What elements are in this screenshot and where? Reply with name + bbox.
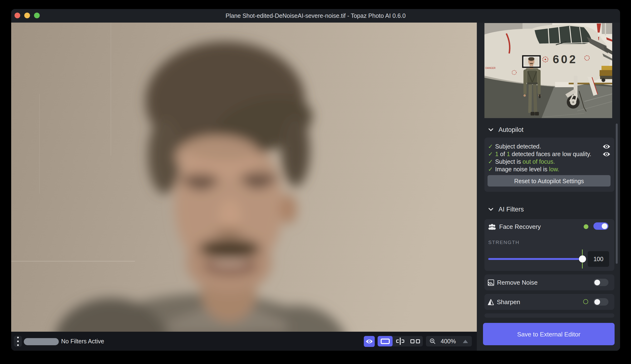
aircraft-number: 602 — [553, 53, 577, 66]
danger-label: DANGER — [485, 67, 496, 70]
strength-slider-handle[interactable] — [579, 256, 586, 262]
strength-value-input[interactable]: 100 — [588, 251, 609, 267]
sharpen-label: Sharpen — [497, 298, 520, 306]
window-title: Plane Shot-edited-DeNoiseAI-severe-noise… — [11, 9, 620, 22]
check-icon: ✓ — [488, 142, 495, 150]
app-window: Plane Shot-edited-DeNoiseAI-severe-noise… — [11, 9, 620, 351]
view-mode-split[interactable] — [392, 336, 407, 346]
remove-noise-label: Remove Noise — [497, 279, 538, 286]
autopilot-title: Autopilot — [499, 126, 523, 134]
eye-icon — [365, 339, 373, 344]
chevron-down-icon — [488, 128, 494, 132]
autopilot-line: ✓Image noise level is low. — [488, 165, 591, 173]
autopilot-section-header[interactable]: Autopilot — [488, 125, 523, 134]
sharpen-icon — [488, 299, 494, 305]
remove-noise-icon — [488, 280, 494, 286]
zoom-in-icon — [429, 338, 436, 344]
strength-slider[interactable] — [488, 258, 582, 260]
zoom-level: 400% — [441, 338, 456, 345]
autopilot-active-dot — [584, 224, 588, 229]
autopilot-panel: ✓Subject detected.✓1 of 1 detected faces… — [484, 138, 614, 192]
check-icon: ✓ — [488, 165, 495, 173]
reset-autopilot-button[interactable]: Reset to Autopilot Settings — [488, 175, 610, 186]
remove-noise-panel: Remove Noise — [484, 274, 614, 290]
autopilot-line: ✓1 of 1 detected faces are low quality. — [488, 150, 591, 158]
zoom-stepper-up[interactable] — [463, 340, 468, 343]
view-mode-side-by-side[interactable] — [408, 336, 423, 346]
face-recovery-icon — [488, 224, 496, 230]
autopilot-line: ✓Subject detected. — [488, 142, 591, 150]
side-by-side-icon — [410, 339, 420, 343]
navigator-thumbnail[interactable]: 602 DANGER — [484, 23, 612, 118]
autopilot-line: ✓Subject is out of focus. — [488, 158, 591, 165]
zoom-control[interactable]: 400% — [426, 336, 472, 346]
chevron-down-icon — [488, 207, 494, 212]
next-filter-panel-partial — [484, 314, 614, 318]
preview-original-button[interactable] — [364, 336, 375, 347]
status-text: No Filters Active — [61, 332, 104, 351]
sharpen-toggle[interactable] — [593, 298, 608, 306]
more-options-button[interactable] — [14, 336, 22, 347]
face-recovery-label: Face Recovery — [499, 223, 541, 230]
single-view-icon — [381, 338, 390, 344]
statusbar: No Filters Active — [11, 332, 477, 351]
eye-icon[interactable] — [602, 151, 610, 157]
view-mode-single[interactable] — [378, 336, 392, 346]
strength-label: STRENGTH — [488, 240, 520, 245]
eye-icon[interactable] — [602, 144, 610, 150]
progress-pill — [24, 338, 59, 345]
remove-noise-toggle[interactable] — [593, 279, 608, 286]
sharpen-panel: Sharpen — [484, 294, 614, 310]
face-recovery-panel: Face Recovery STRENGTH 100 — [484, 219, 614, 271]
sidebar: 602 DANGER — [477, 22, 620, 351]
autopilot-suggested-dot — [583, 299, 588, 304]
thumbnail-scene: 602 DANGER — [484, 23, 612, 118]
sidebar-scrollbar[interactable] — [616, 124, 618, 264]
screen: Plane Shot-edited-DeNoiseAI-severe-noise… — [0, 0, 631, 364]
titlebar: Plane Shot-edited-DeNoiseAI-severe-noise… — [11, 9, 620, 22]
ai-filters-section-header[interactable]: AI Filters — [488, 205, 524, 214]
photo-canvas[interactable] — [11, 22, 477, 332]
check-icon: ✓ — [488, 150, 495, 158]
view-mode-control — [378, 336, 423, 346]
save-external-button[interactable]: Save to External Editor — [483, 323, 614, 345]
autopilot-lines: ✓Subject detected.✓1 of 1 detected faces… — [488, 142, 591, 173]
split-view-icon — [396, 338, 404, 345]
ai-filters-title: AI Filters — [499, 206, 524, 213]
check-icon: ✓ — [488, 158, 495, 165]
blurred-portrait — [11, 22, 477, 332]
face-recovery-toggle[interactable] — [593, 222, 608, 230]
